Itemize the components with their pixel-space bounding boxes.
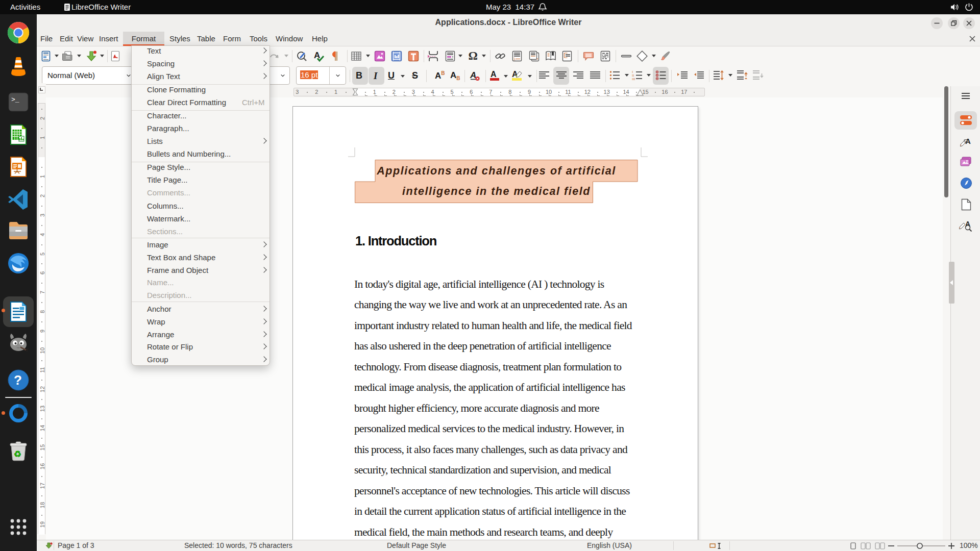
svg-text:A: A xyxy=(470,70,476,80)
svg-text:♻: ♻ xyxy=(14,449,21,459)
svg-text:III: III xyxy=(632,77,635,81)
svg-text:>_: >_ xyxy=(11,96,19,104)
svg-text:?: ? xyxy=(14,372,22,388)
svg-text:A: A xyxy=(965,137,971,145)
svg-text:I: I xyxy=(632,70,633,73)
svg-text:Ω: Ω xyxy=(469,50,478,62)
svg-text:A: A xyxy=(491,70,497,79)
svg-text:1: 1 xyxy=(513,57,516,61)
svg-text:II: II xyxy=(632,73,634,77)
svg-text:A: A xyxy=(314,51,320,60)
